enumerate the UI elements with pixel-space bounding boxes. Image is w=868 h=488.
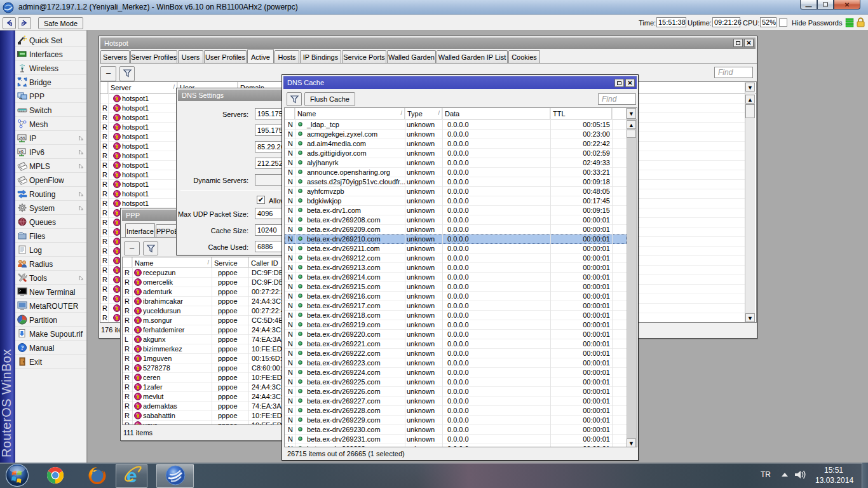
svg-text:255: 255 [19, 136, 26, 140]
svg-text:?: ? [21, 344, 24, 351]
svg-text:v6: v6 [19, 149, 24, 154]
